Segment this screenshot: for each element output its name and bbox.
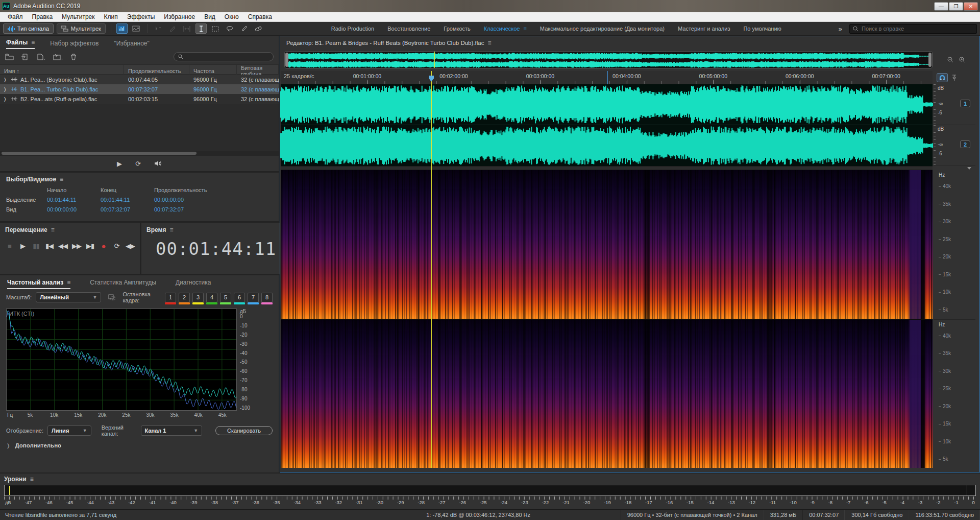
- playhead-marker-icon[interactable]: [429, 78, 434, 84]
- workspace-tab[interactable]: Мастеринг и анализ: [678, 26, 730, 32]
- navigator-playhead[interactable]: [434, 52, 435, 68]
- panel-menu-icon[interactable]: ≡: [67, 279, 70, 286]
- panel-menu-icon[interactable]: ≡: [169, 226, 173, 233]
- scrollbar-thumb[interactable]: [2, 152, 197, 155]
- trash-icon[interactable]: [70, 54, 77, 60]
- menu-Справка[interactable]: Справка: [243, 12, 277, 21]
- zoom-in-icon[interactable]: [959, 57, 966, 63]
- lasso-selection-tool[interactable]: [224, 23, 235, 34]
- auto-play-speaker-icon[interactable]: [154, 160, 162, 167]
- files-tab[interactable]: Файлы≡: [6, 39, 35, 49]
- zoom-navigator[interactable]: [284, 51, 933, 68]
- hold-frame-button-5[interactable]: 5: [220, 293, 231, 302]
- slip-tool[interactable]: [181, 23, 192, 34]
- skip-to-start-button[interactable]: ▮◀: [45, 242, 54, 250]
- playhead-line[interactable]: [431, 71, 432, 468]
- stop-button[interactable]: ■: [5, 242, 14, 250]
- waveform-channel-1[interactable]: [281, 84, 933, 125]
- workspace-tab[interactable]: Восстановление: [387, 26, 430, 32]
- menu-Правка[interactable]: Правка: [28, 12, 58, 21]
- maximize-button[interactable]: ❐: [949, 2, 963, 11]
- spot-healing-brush-tool[interactable]: [253, 23, 264, 34]
- zoom-out-icon[interactable]: [947, 57, 954, 63]
- hold-frame-button-7[interactable]: 7: [248, 293, 259, 302]
- panel-menu-icon[interactable]: ≡: [30, 476, 34, 483]
- workspace-overflow-chevron[interactable]: »: [839, 25, 842, 33]
- import-file-icon[interactable]: [21, 54, 30, 60]
- spectral-view-toggle[interactable]: [131, 23, 142, 34]
- fast-forward-button[interactable]: ▶▶: [72, 242, 81, 250]
- analysis-tab[interactable]: Диагностика: [176, 279, 211, 289]
- panel-menu-icon[interactable]: ≡: [31, 39, 35, 46]
- waveform-channel-2[interactable]: [281, 125, 933, 166]
- selection-duration-value[interactable]: 00:00:00:00: [154, 197, 226, 203]
- advanced-expander[interactable]: ❭ Дополнительно: [0, 441, 279, 450]
- analysis-tab[interactable]: Частотный анализ≡: [7, 279, 70, 289]
- current-time-display[interactable]: 00:01:44:11: [156, 239, 276, 259]
- channel-badge-2[interactable]: 2: [960, 140, 970, 148]
- rewind-button[interactable]: ◀◀: [58, 242, 67, 250]
- workspace-tab[interactable]: Максимальное редактирование (Два монитор…: [540, 26, 665, 32]
- editor-content[interactable]: 25 кадров/с 00:01:00:0000:02:00:0000:03:…: [281, 71, 933, 468]
- menu-Файл[interactable]: Файл: [3, 12, 28, 21]
- loop-playback-button[interactable]: ⟳: [112, 242, 121, 250]
- hold-frame-button-2[interactable]: 2: [179, 293, 190, 302]
- menu-Эффекты[interactable]: Эффекты: [122, 12, 160, 21]
- time-selection-tool[interactable]: [195, 23, 207, 34]
- workspace-tab[interactable]: Radio Production: [331, 26, 374, 32]
- record-button[interactable]: ●: [99, 242, 108, 250]
- waveform-view-toggle[interactable]: [116, 23, 128, 34]
- navigator-left-handle[interactable]: [285, 53, 288, 67]
- workspace-tab[interactable]: Классическое≡: [484, 26, 527, 32]
- preview-loop-button[interactable]: ⟳: [135, 160, 141, 168]
- hold-frame-button-8[interactable]: 8: [261, 293, 273, 302]
- panel-menu-icon[interactable]: ≡: [51, 226, 55, 233]
- close-button[interactable]: ✕: [964, 2, 978, 11]
- scale-dropdown[interactable]: Линейный▼: [36, 292, 101, 302]
- preview-play-button[interactable]: ▶: [117, 160, 122, 168]
- skip-selection-button[interactable]: ◀▶: [126, 242, 135, 250]
- menu-Избранное[interactable]: Избранное: [159, 12, 200, 21]
- menu-Вид[interactable]: Вид: [200, 12, 220, 21]
- file-row[interactable]: ❭B2. Pea...ats (Ruff-a-pella).flac00:02:…: [0, 94, 279, 104]
- minimize-button[interactable]: —: [934, 2, 948, 11]
- scan-button[interactable]: Сканировать: [215, 426, 273, 435]
- hold-frame-button-6[interactable]: 6: [234, 293, 245, 302]
- open-file-icon[interactable]: [5, 54, 14, 60]
- workspace-tab[interactable]: По умолчанию: [743, 26, 781, 32]
- display-dropdown[interactable]: Линия▼: [47, 426, 91, 436]
- menu-Окно[interactable]: Окно: [220, 12, 243, 21]
- razor-tool[interactable]: [167, 23, 178, 34]
- expand-chevron-icon[interactable]: ❭: [3, 77, 8, 82]
- expand-chevron-icon[interactable]: ❭: [3, 87, 8, 92]
- pin-icon[interactable]: [952, 75, 957, 81]
- hold-frame-button-3[interactable]: 3: [192, 293, 204, 302]
- frequency-graph-plot[interactable]: ИТК (CTI): [6, 309, 237, 411]
- wave-spectral-divider[interactable]: [281, 166, 933, 170]
- help-search-box[interactable]: [849, 24, 977, 34]
- files-search-input[interactable]: [186, 53, 269, 61]
- snap-toggle[interactable]: [937, 73, 948, 82]
- menu-Клип[interactable]: Клип: [100, 12, 122, 21]
- insert-to-multitrack-icon[interactable]: [53, 54, 63, 60]
- marquee-selection-tool[interactable]: [210, 23, 221, 34]
- files-search-box[interactable]: [174, 52, 274, 61]
- analysis-tab[interactable]: Статистика Амплитуды: [90, 279, 156, 289]
- multitrack-button[interactable]: Мультитрек: [57, 23, 106, 34]
- copy-graph-icon[interactable]: [108, 294, 115, 300]
- pause-button[interactable]: ▮▮: [32, 242, 40, 250]
- menu-Мультитрек[interactable]: Мультитрек: [57, 12, 99, 21]
- new-file-icon[interactable]: [37, 54, 46, 60]
- selection-duration-value[interactable]: 00:07:32:07: [154, 206, 226, 212]
- play-button[interactable]: ▶: [18, 242, 27, 250]
- files-tab[interactable]: "Избранное": [114, 40, 149, 49]
- selection-end-value[interactable]: 00:07:32:07: [101, 206, 154, 212]
- timeline-ruler[interactable]: 25 кадров/с 00:01:00:0000:02:00:0000:03:…: [281, 71, 933, 84]
- selection-start-value[interactable]: 00:01:44:11: [47, 197, 101, 203]
- file-row[interactable]: ❭B1. Pea... Turbo Club Dub).flac00:07:32…: [0, 84, 279, 94]
- navigator-right-handle[interactable]: [928, 53, 932, 67]
- workspace-tab[interactable]: Громкость: [444, 26, 470, 32]
- paintbrush-selection-tool[interactable]: [238, 23, 250, 34]
- hold-frame-button-1[interactable]: 1: [165, 293, 176, 302]
- selection-end-value[interactable]: 00:01:44:11: [101, 197, 154, 203]
